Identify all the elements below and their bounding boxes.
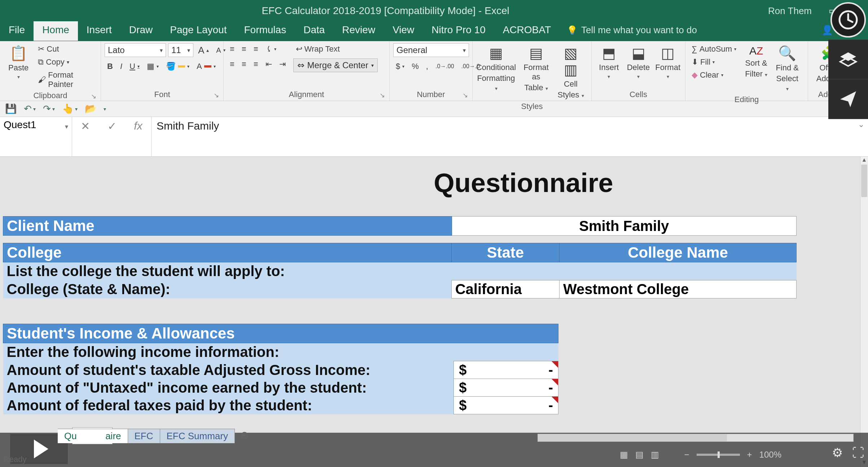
format-cells-button[interactable]: ◫ Format▾ [654, 43, 681, 81]
merge-center-button[interactable]: ⇔ Merge & Center ▾ [293, 58, 378, 72]
zoom-in-button[interactable]: + [747, 450, 752, 460]
normal-view-button[interactable]: ▦ [620, 450, 628, 460]
signed-in-user[interactable]: Ron Them [768, 5, 812, 17]
comma-format-button[interactable]: , [424, 61, 431, 72]
format-as-table-button[interactable]: ▤ Format as Table ▾ [518, 43, 554, 94]
align-top-button[interactable]: ≡ [227, 43, 237, 55]
tab-acrobat[interactable]: ACROBAT [494, 21, 560, 41]
font-launcher-icon[interactable]: ↘ [214, 91, 219, 99]
tab-file[interactable]: File [0, 21, 34, 41]
sheet-tab-efc-summary[interactable]: EFC Summary [160, 429, 235, 443]
tab-data[interactable]: Data [295, 21, 333, 41]
underline-button[interactable]: U▾ [127, 61, 142, 72]
insert-cells-button[interactable]: ⬒ Insert▾ [595, 43, 623, 81]
video-fullscreen-button[interactable]: ⛶ [852, 446, 864, 460]
college-state-cell[interactable]: California [451, 280, 559, 298]
paste-button[interactable]: 📋 Paste ▾ [4, 43, 33, 81]
qat-undo-button[interactable]: ↶▾ [24, 103, 36, 114]
qat-customize-button[interactable]: ▾ [104, 106, 106, 112]
qat-save-button[interactable]: 💾 [5, 103, 17, 114]
horizontal-scrollbar[interactable] [538, 434, 854, 442]
borders-button[interactable]: ▦▾ [144, 61, 161, 72]
increase-indent-button[interactable]: ⇥ [277, 58, 288, 70]
zoom-level[interactable]: 100% [759, 450, 781, 460]
number-launcher-icon[interactable]: ↘ [463, 91, 468, 99]
zoom-out-button[interactable]: − [684, 450, 689, 460]
percent-format-button[interactable]: % [409, 61, 421, 72]
bold-button[interactable]: B [105, 61, 115, 72]
wrap-text-button[interactable]: ↩ Wrap Text [293, 43, 378, 55]
cancel-formula-button[interactable]: ✕ [81, 120, 90, 132]
increase-decimal-button[interactable]: .0→.00 [433, 62, 457, 71]
format-painter-button[interactable]: 🖌 Format Painter [35, 69, 97, 90]
autosum-button[interactable]: ∑ AutoSum▾ [689, 43, 739, 55]
page-layout-view-button[interactable]: ▤ [635, 450, 644, 460]
fill-color-button[interactable]: 🪣 ▾ [163, 61, 192, 72]
floating-layers-button[interactable] [828, 40, 868, 79]
align-bottom-button[interactable]: ≡ [251, 43, 261, 55]
cut-button[interactable]: ✂ Cut [35, 43, 97, 55]
expand-formula-bar-button[interactable]: ⌄ [858, 120, 864, 129]
accounting-format-button[interactable]: $▾ [393, 61, 407, 72]
conditional-formatting-button[interactable]: ▦ Conditional Formatting ▾ [476, 43, 516, 94]
video-settings-button[interactable]: ⚙ [832, 445, 843, 460]
floating-send-button[interactable] [828, 79, 868, 119]
sheet-tab-efc[interactable]: EFC [128, 429, 160, 443]
tab-review[interactable]: Review [333, 21, 384, 41]
font-name-combo[interactable]: Lato▾ [105, 43, 166, 57]
income-row-amount[interactable]: $ - [454, 361, 558, 379]
group-font: Lato▾ 11▾ A▴ A▾ B I U▾ ▦▾ 🪣 ▾ A ▾ [101, 41, 224, 101]
find-select-button[interactable]: 🔍 Find & Select ▾ [773, 43, 801, 94]
number-format-combo[interactable]: General▾ [393, 43, 469, 57]
vertical-scrollbar[interactable]: ▲ ▼ [860, 157, 868, 467]
font-color-button[interactable]: A ▾ [194, 61, 218, 72]
tab-draw[interactable]: Draw [120, 21, 161, 41]
qat-touch-mode-button[interactable]: 👆▾ [62, 103, 78, 114]
new-sheet-button[interactable]: ⊕ [235, 429, 254, 443]
delete-cells-button[interactable]: ⬓ Delete▾ [625, 43, 652, 81]
italic-button[interactable]: I [118, 61, 125, 72]
decrease-indent-button[interactable]: ⇤ [263, 58, 275, 70]
formula-bar-input[interactable]: Smith Family ⌄ [152, 117, 868, 156]
college-list-prompt: List the college the student will apply … [3, 262, 797, 280]
sort-filter-button[interactable]: AZ Sort & Filter ▾ [742, 43, 770, 80]
income-row-amount[interactable]: $ - [454, 397, 558, 414]
tab-nitro-pro[interactable]: Nitro Pro 10 [423, 21, 494, 41]
scroll-thumb[interactable] [861, 165, 867, 197]
orientation-button[interactable]: ⤹▾ [263, 43, 279, 55]
tab-insert[interactable]: Insert [78, 21, 120, 41]
page-break-view-button[interactable]: ▥ [651, 450, 659, 460]
floating-history-button[interactable] [830, 2, 866, 38]
tab-formulas[interactable]: Formulas [235, 21, 295, 41]
copy-button[interactable]: ⧉ Copy▾ [35, 56, 97, 68]
clear-button[interactable]: ◆ Clear▾ [689, 69, 739, 81]
fill-button[interactable]: ⬇ Fill▾ [689, 56, 739, 68]
increase-font-button[interactable]: A▴ [196, 44, 211, 57]
name-box[interactable]: Quest1▾ [0, 117, 72, 156]
align-middle-button[interactable]: ≡ [239, 43, 249, 55]
qat-redo-button[interactable]: ↷▾ [43, 103, 55, 114]
cell-styles-button[interactable]: ▧ ▥ Cell Styles ▾ [556, 43, 585, 101]
scroll-up-icon[interactable]: ▲ [860, 157, 868, 165]
align-left-button[interactable]: ≡ [227, 58, 237, 70]
align-right-button[interactable]: ≡ [251, 58, 261, 70]
zoom-slider-thumb[interactable] [718, 451, 720, 458]
scissors-icon: ✂ [38, 44, 44, 54]
insert-function-button[interactable]: fx [134, 120, 142, 132]
tab-page-layout[interactable]: Page Layout [161, 21, 235, 41]
tab-view[interactable]: View [384, 21, 423, 41]
client-name-label: Client Name [3, 217, 452, 236]
college-name-cell[interactable]: Westmont College [560, 280, 797, 298]
qat-open-button[interactable]: 📂 [85, 103, 96, 114]
tell-me-search[interactable]: 💡 Tell me what you want to do [567, 25, 697, 41]
tab-home[interactable]: Home [34, 21, 78, 41]
sheet-tab-questionnaire[interactable]: Qu aire [58, 429, 128, 443]
income-row-amount[interactable]: $ - [454, 379, 558, 397]
client-name-cell[interactable]: Smith Family [452, 217, 796, 236]
alignment-launcher-icon[interactable]: ↘ [380, 91, 385, 99]
font-size-combo[interactable]: 11▾ [168, 43, 193, 57]
delete-cells-icon: ⬓ [632, 45, 645, 61]
enter-formula-button[interactable]: ✓ [108, 120, 117, 132]
clipboard-launcher-icon[interactable]: ↘ [91, 92, 96, 100]
align-center-button[interactable]: ≡ [239, 58, 249, 70]
